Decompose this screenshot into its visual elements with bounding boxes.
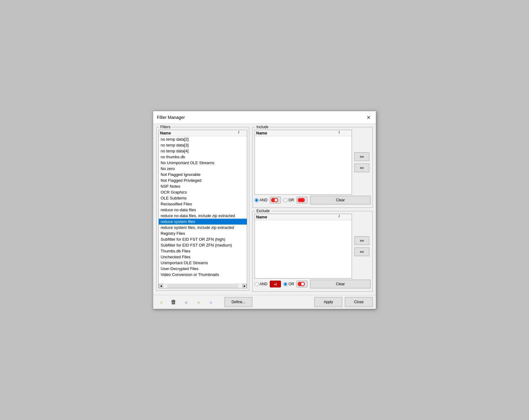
filter-list-item[interactable]: no temp data[3]: [159, 142, 247, 148]
include-list-container: Name /: [255, 130, 352, 195]
filter-list-item[interactable]: Subfilter for EID FST OR ZFN (medium): [159, 242, 247, 248]
include-header-sort: /: [337, 131, 341, 135]
filter-list-item[interactable]: Not Flagged Privileged: [159, 177, 247, 183]
filter-list-item[interactable]: Reclassified Files: [159, 201, 247, 207]
exclude-or-icon[interactable]: [296, 281, 308, 287]
include-and-radio-label[interactable]: AND: [255, 198, 267, 202]
dialog-title: Filter Manager: [157, 115, 185, 120]
add-to-include-button[interactable]: >>: [354, 152, 369, 161]
exclude-header-sort: /: [337, 215, 341, 219]
filter-yellow-icon: ⬦: [160, 299, 163, 305]
exclude-frame: Exclude Name / >>: [252, 211, 373, 292]
add-to-exclude-button[interactable]: >>: [354, 236, 369, 245]
title-bar: Filter Manager ✕: [153, 111, 376, 124]
filter-list-item[interactable]: reduce no-data files, include zip extrac…: [159, 213, 247, 219]
include-or-radio-label[interactable]: OR: [283, 198, 294, 202]
include-content: Name / >> <<: [255, 130, 371, 195]
include-header-name: Name: [256, 131, 337, 135]
filter-blue-button[interactable]: ⬦: [181, 297, 191, 307]
include-and-label: AND: [260, 198, 267, 202]
toolbar-icons: ⬦ 🗑 ⬦ ⬦ ⬦ Define...: [156, 297, 312, 307]
filters-header-name: Name: [160, 131, 237, 135]
filter-list-item[interactable]: OLE Subitems: [159, 195, 247, 201]
define-button[interactable]: Define...: [224, 297, 252, 307]
include-frame: Include Name / >>: [252, 127, 373, 208]
filters-frame: Filters Name / no temp data[2]no temp da…: [156, 127, 249, 291]
exclude-logic-bar: AND ●| OR: [255, 278, 371, 290]
remove-from-exclude-button[interactable]: <<: [354, 247, 369, 256]
close-button[interactable]: ✕: [365, 114, 372, 121]
filter-list-item[interactable]: Registry Files: [159, 230, 247, 236]
filter-blue2-icon: ⬦: [209, 299, 213, 305]
filter-blue2-button[interactable]: ⬦: [206, 297, 216, 307]
filter-manager-dialog: Filter Manager ✕ Filters Name / no temp …: [153, 111, 376, 309]
include-and-icon[interactable]: [270, 197, 281, 203]
filter-list-item[interactable]: OCR Graphics: [159, 189, 247, 195]
include-or-label: OR: [288, 198, 294, 202]
filters-header-sort: /: [237, 131, 241, 135]
filter-list-item[interactable]: No zero: [159, 166, 247, 172]
exclude-and-icon[interactable]: ●|: [270, 281, 281, 287]
include-group-label: Include: [255, 125, 270, 129]
horiz-scroll-track[interactable]: [167, 285, 238, 288]
exclude-and-label: AND: [260, 282, 267, 286]
filter-list-item[interactable]: NSF Notes: [159, 183, 247, 189]
remove-from-include-button[interactable]: <<: [354, 164, 369, 172]
exclude-header-name: Name: [256, 215, 337, 219]
filter-list-item[interactable]: No Unimportant OLE Streams: [159, 160, 247, 166]
filter-list-item[interactable]: Video Conversion or Thumbnails: [159, 272, 247, 278]
exclude-content: Name / >> <<: [255, 214, 371, 278]
left-panel: Filters Name / no temp data[2]no temp da…: [156, 127, 249, 292]
bottom-bar: ⬦ 🗑 ⬦ ⬦ ⬦ Define... Apply Close: [153, 295, 376, 309]
filter-gold-icon: ⬦: [197, 299, 200, 305]
filter-yellow-button[interactable]: ⬦: [156, 297, 166, 307]
filter-list-item[interactable]: no temp data[2]: [159, 136, 247, 142]
filter-list-item[interactable]: Unchecked Files: [159, 254, 247, 260]
filter-list-item[interactable]: no temp data[4]: [159, 148, 247, 154]
include-and-radio[interactable]: [255, 198, 259, 202]
exclude-or-label: OR: [288, 282, 294, 286]
filter-list-item[interactable]: Unimportant OLE Streams: [159, 260, 247, 266]
filters-list-container: Name / no temp data[2]no temp data[3]no …: [158, 130, 247, 288]
exclude-list-scroll[interactable]: [255, 220, 352, 278]
exclude-group-label: Exclude: [255, 209, 271, 213]
apply-button[interactable]: Apply: [314, 297, 342, 307]
exclude-list-container: Name /: [255, 214, 352, 278]
include-clear-button[interactable]: Clear: [310, 196, 371, 204]
filter-list-item[interactable]: no thumbs.db: [159, 154, 247, 160]
filter-list-item[interactable]: Subfilter for EID FST OR ZFN (high): [159, 236, 247, 242]
exclude-list-header: Name /: [255, 214, 352, 220]
include-list-scroll[interactable]: [255, 136, 352, 194]
exclude-and-radio[interactable]: [255, 282, 259, 286]
include-or-icon[interactable]: [296, 197, 308, 203]
include-logic-bar: AND OR: [255, 195, 371, 206]
close-dialog-button[interactable]: Close: [345, 297, 373, 307]
include-or-radio[interactable]: [283, 198, 287, 202]
delete-filter-button[interactable]: 🗑: [169, 297, 179, 307]
exclude-clear-button[interactable]: Clear: [310, 280, 371, 288]
filter-list-item[interactable]: reduce system files, include zip extract…: [159, 225, 247, 230]
filter-list-item[interactable]: Not Flagged Ignorable: [159, 172, 247, 177]
filter-blue-icon: ⬦: [184, 299, 188, 305]
filters-list-header: Name /: [159, 130, 247, 136]
filters-horiz-scrollbar[interactable]: ◀ ▶: [159, 284, 247, 288]
filters-group-label: Filters: [159, 125, 172, 129]
exclude-and-radio-label[interactable]: AND: [255, 282, 267, 286]
right-panel: Include Name / >>: [252, 127, 373, 292]
trash-icon: 🗑: [171, 299, 176, 305]
exclude-or-radio-label[interactable]: OR: [283, 282, 294, 286]
include-list-header: Name /: [255, 130, 352, 136]
include-transfer-buttons: >> <<: [353, 130, 371, 195]
dialog-body: Filters Name / no temp data[2]no temp da…: [153, 124, 376, 295]
filter-list-item[interactable]: User-Decrypted Files: [159, 266, 247, 272]
exclude-or-radio[interactable]: [283, 282, 287, 286]
horiz-scroll-right[interactable]: ▶: [242, 284, 247, 288]
filter-list-item[interactable]: reduce no-data files: [159, 207, 247, 213]
exclude-transfer-buttons: >> <<: [353, 214, 371, 278]
horiz-scroll-left[interactable]: ◀: [159, 284, 163, 288]
filters-list-scroll[interactable]: no temp data[2]no temp data[3]no temp da…: [159, 136, 247, 284]
filter-list-item[interactable]: reduce system files: [159, 219, 247, 225]
filter-gold-button[interactable]: ⬦: [193, 297, 203, 307]
filter-list-item[interactable]: Thumbs.db Files: [159, 248, 247, 254]
